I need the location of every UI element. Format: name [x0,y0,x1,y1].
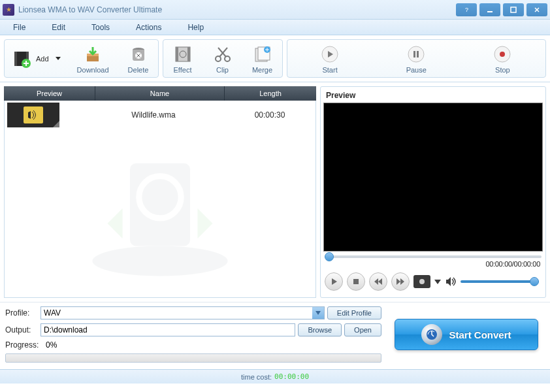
start-convert-button[interactable]: Start Convert [395,319,538,350]
convert-icon [421,324,442,345]
edit-profile-button[interactable]: Edit Profile [327,306,381,319]
seek-slider[interactable] [325,255,542,258]
toolbar-group-file: Add Download Delete [4,39,159,78]
main-area: Preview Name Length Wildlife.wma 00:00:3… [0,82,550,302]
stop-record-icon [492,44,513,65]
download-label: Download [77,66,109,74]
snapshot-button[interactable] [413,275,430,288]
start-button[interactable]: Start [287,41,373,76]
seek-handle[interactable] [325,252,334,261]
output-value: D:\download [44,325,88,335]
menu-help[interactable]: Help [187,23,204,32]
menu-edit[interactable]: Edit [52,23,65,32]
file-list-pane: Preview Name Length Wildlife.wma 00:00:3… [4,86,316,298]
seek-row [323,252,543,259]
delete-icon [128,44,149,65]
delete-label: Delete [128,66,149,74]
chevron-down-icon [56,57,61,60]
app-icon [3,4,14,16]
stop-control[interactable] [347,272,365,291]
stop-label: Stop [495,66,510,74]
close-button[interactable] [526,3,547,16]
file-thumbnail [7,103,59,127]
download-button[interactable]: Download [68,41,118,76]
play-control[interactable] [325,272,343,291]
help-window-button[interactable]: ? [456,3,477,16]
svg-rect-22 [413,51,415,57]
menu-actions[interactable]: Actions [136,23,161,32]
svg-rect-1 [487,11,493,12]
merge-button[interactable]: Merge [243,41,282,76]
clip-button[interactable]: Clip [203,41,242,76]
pause-label: Pause [406,66,427,74]
volume-slider[interactable] [461,280,539,283]
progress-value: 0% [46,340,57,350]
column-preview[interactable]: Preview [4,86,95,101]
settings-form: Profile: WAV Edit Profile Output: D:\dow… [5,306,381,363]
open-button[interactable]: Open [344,323,381,336]
clip-icon [212,44,233,65]
clip-label: Clip [216,66,229,74]
menu-file[interactable]: File [13,23,25,32]
file-list-header: Preview Name Length [4,86,316,101]
rewind-control[interactable] [369,272,387,291]
output-row: Output: D:\download Browse Open [5,323,381,336]
progress-label: Progress: [5,340,43,350]
chevron-down-icon [312,307,324,319]
svg-point-25 [500,52,505,57]
time-display: 00:00:00/00:00:00 [485,260,540,268]
download-icon [82,44,103,65]
audio-icon [24,106,43,123]
output-field[interactable]: D:\download [40,323,295,336]
pause-button[interactable]: Pause [374,41,459,76]
file-length: 00:00:30 [224,110,315,120]
svg-point-26 [93,246,228,276]
convert-area: Start Convert [388,306,545,363]
pause-icon [406,44,427,65]
minimize-button[interactable] [479,3,500,16]
effect-button[interactable]: Effect [163,41,202,76]
output-label: Output: [5,325,38,335]
file-list[interactable]: Wildlife.wma 00:00:30 [4,101,316,298]
volume-handle[interactable] [530,277,539,286]
toolbar-group-playback: Start Pause Stop [287,39,547,78]
column-length[interactable]: Length [225,86,316,101]
merge-label: Merge [252,66,272,74]
add-button[interactable]: Add [5,46,67,72]
volume-icon[interactable] [445,276,457,287]
svg-rect-2 [511,7,516,12]
progress-bar [5,353,381,363]
progress-row: Progress: 0% [5,340,381,350]
svg-rect-7 [87,56,99,61]
browse-button[interactable]: Browse [298,323,342,336]
effect-label: Effect [174,66,192,74]
file-row[interactable]: Wildlife.wma 00:00:30 [5,101,315,129]
window-title: Lionsea WMA to WAV Converter Ultimate [18,5,456,14]
merge-icon [252,44,273,65]
profile-label: Profile: [5,308,38,318]
convert-label: Start Convert [449,329,511,340]
stop-button[interactable]: Stop [460,41,545,76]
add-label: Add [36,55,49,63]
svg-rect-29 [353,279,359,284]
svg-text:?: ? [465,7,468,13]
profile-value: WAV [44,308,61,318]
time-cost-value: 00:00:00 [274,372,309,381]
play-icon [319,44,340,65]
playback-controls [323,269,543,295]
profile-select[interactable]: WAV [40,306,325,319]
file-name: Wildlife.wma [83,110,224,120]
maximize-button[interactable] [503,3,524,16]
delete-button[interactable]: Delete [119,41,158,76]
svg-rect-4 [14,52,17,66]
statusbar: time cost: 00:00:00 [0,369,550,384]
forward-control[interactable] [391,272,410,291]
file-thumbnail-cell [5,101,96,129]
svg-rect-12 [176,47,178,61]
column-name[interactable]: Name [95,86,225,101]
menu-tools[interactable]: Tools [91,23,110,32]
snapshot-dropdown[interactable] [434,280,441,284]
svg-point-21 [408,46,424,62]
effect-icon [172,44,193,65]
video-preview[interactable] [323,103,543,252]
